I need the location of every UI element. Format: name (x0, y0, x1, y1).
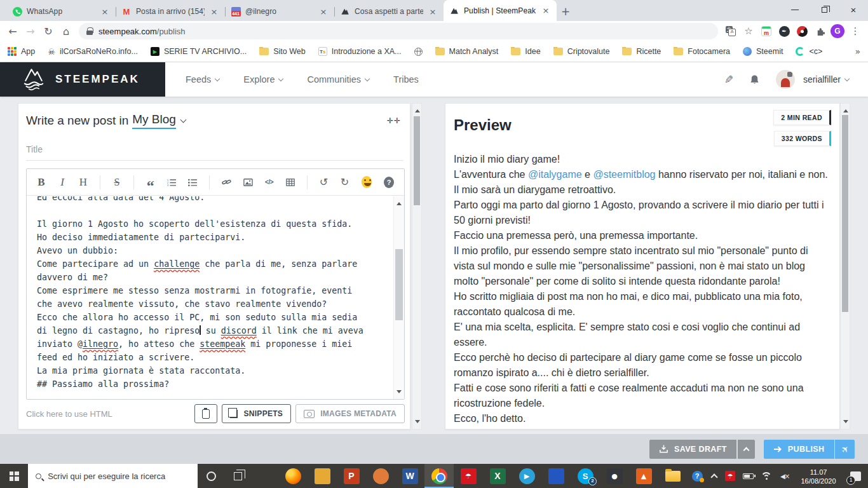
extension-pen-icon[interactable]: ✒ (775, 22, 793, 40)
browser-tab[interactable]: MPosta in arrivo (154) - gaetano× (116, 2, 225, 21)
html-mode-link[interactable]: Click here to use HTML (26, 409, 112, 419)
bookmark-item[interactable]: Steemit (743, 47, 783, 56)
bookmark-item[interactable]: Match Analyst (435, 47, 499, 56)
get-help-icon[interactable]: ? (688, 464, 707, 488)
firefox-taskbar-button[interactable] (278, 464, 308, 488)
home-button[interactable]: ⌂ (57, 22, 75, 40)
scroll-up-icon[interactable] (843, 107, 848, 112)
file-explorer-taskbar-button[interactable] (658, 464, 688, 488)
scrollbar-thumb[interactable] (842, 115, 848, 312)
secure-lock-icon[interactable] (86, 27, 93, 35)
app-dark-taskbar-button[interactable]: ● (600, 464, 629, 488)
images-metadata-button[interactable]: IMAGES METADATA (295, 404, 405, 423)
publish-rocket-button[interactable]: ✈ (835, 440, 855, 459)
link-button[interactable] (222, 177, 231, 187)
notification-center-button[interactable]: 1 (843, 464, 868, 488)
scrollbar-thumb[interactable] (395, 249, 403, 320)
bookmark-item[interactable]: ☠ilCorSaRoNeRo.info... (48, 47, 138, 57)
snippets-button[interactable]: SNIPPETS (222, 404, 291, 423)
scrollbar-thumb[interactable] (414, 116, 420, 205)
excel-taskbar-button[interactable]: X (483, 464, 512, 488)
quote-button[interactable]: “ (146, 182, 155, 189)
browser-tab[interactable]: WhatsApp× (6, 2, 116, 21)
forward-button[interactable]: → (22, 22, 39, 40)
bookmark-item[interactable]: Idee (511, 47, 540, 56)
app-yellow-taskbar-button[interactable] (308, 464, 337, 488)
username[interactable]: serialfiller (803, 74, 841, 85)
telegram-taskbar-button[interactable]: ▶ (512, 464, 541, 488)
user-menu-chevron-icon[interactable] (844, 76, 850, 81)
app-blue-taskbar-button[interactable] (541, 464, 571, 488)
chrome-taskbar-button[interactable] (424, 464, 454, 488)
scroll-down-icon[interactable] (397, 390, 402, 396)
browser-tab[interactable]: 441@ilnegro× (225, 2, 334, 21)
nav-item-feeds[interactable]: Feeds (186, 74, 219, 85)
help-button[interactable]: ? (384, 177, 394, 188)
nav-item-tribes[interactable]: Tribes (393, 74, 419, 85)
blog-selector[interactable]: My Blog (132, 112, 176, 129)
powerpoint-taskbar-button[interactable]: P (337, 464, 366, 488)
volume-muted-icon[interactable]: ◀× (775, 464, 794, 488)
bookmark-item[interactable]: Criptovalute (553, 47, 610, 56)
taskbar-clock[interactable]: 11.0716/08/2020 (794, 464, 843, 488)
extensions-puzzle-icon[interactable] (811, 22, 829, 40)
bookmark-item[interactable]: Ricette (622, 47, 661, 56)
scroll-down-icon[interactable] (415, 420, 420, 426)
taskbar-search[interactable]: Scrivi qui per eseguire la ricerca (28, 464, 198, 488)
word-taskbar-button[interactable]: W (395, 464, 424, 488)
code-button[interactable]: </> (265, 179, 274, 186)
publish-button[interactable]: PUBLISH (764, 440, 834, 459)
skype-taskbar-button[interactable]: S2 (571, 464, 600, 488)
minimize-button[interactable]: ― (780, 0, 810, 19)
scroll-down-icon[interactable] (843, 420, 848, 426)
profile-avatar[interactable]: G (829, 22, 846, 40)
bookmark-item[interactable]: ▶SERIE TV ARCHIVIO... (151, 47, 247, 56)
editor-scrollbar[interactable] (393, 196, 404, 399)
tab-close-icon[interactable]: × (209, 7, 219, 17)
bookmark-star-icon[interactable]: ☆ (740, 22, 757, 40)
tab-close-icon[interactable]: × (100, 7, 110, 17)
close-button[interactable]: × (839, 0, 868, 19)
user-avatar[interactable] (776, 70, 795, 89)
extension-m-icon[interactable] (757, 22, 775, 40)
start-button[interactable] (0, 464, 28, 488)
scroll-up-icon[interactable] (415, 107, 420, 112)
bookmark-item[interactable]: <c> (796, 47, 822, 56)
compose-pencil-icon[interactable]: ✎ (724, 73, 733, 86)
address-bar[interactable]: steempeak.com/publish (79, 23, 718, 39)
save-options-button[interactable] (738, 440, 755, 459)
wifi-icon[interactable] (757, 464, 775, 488)
tab-close-icon[interactable]: × (428, 7, 438, 17)
bookmark-item[interactable] (414, 48, 423, 56)
tab-close-icon[interactable]: × (318, 7, 329, 17)
nav-item-explore[interactable]: Explore (243, 74, 283, 85)
expand-panel-icon[interactable]: ✛✛ (387, 116, 401, 125)
emoji-button[interactable] (362, 176, 372, 188)
tray-overflow-chevron-icon[interactable] (707, 464, 722, 488)
restore-button[interactable] (810, 0, 839, 19)
reload-button[interactable]: ↻ (39, 22, 57, 40)
title-input[interactable]: Title (26, 140, 403, 161)
unordered-list-button[interactable] (188, 178, 197, 187)
bookmarks-overflow-icon[interactable]: » (855, 46, 860, 57)
new-tab-button[interactable]: + (557, 3, 574, 20)
heading-button[interactable]: H (79, 176, 88, 189)
cortana-button[interactable] (198, 464, 224, 488)
bookmark-item[interactable]: Fotocamera (674, 47, 730, 56)
avira-tray-icon[interactable]: ☂ (722, 464, 738, 488)
back-button[interactable]: ← (4, 22, 22, 40)
bookmark-item[interactable]: Sito Web (259, 47, 306, 56)
tab-close-icon[interactable]: × (541, 6, 551, 15)
browser-tab[interactable]: Publish | SteemPeak× (444, 0, 557, 21)
steempeak-logo[interactable]: STEEMPEAK (0, 62, 165, 97)
left-page-scrollbar[interactable] (412, 103, 422, 430)
nav-item-communities[interactable]: Communities (307, 74, 369, 85)
redo-button[interactable]: ↻ (340, 176, 349, 188)
battery-icon[interactable] (738, 464, 757, 488)
bookmark-item[interactable]: TsIntroduzione a XA... (318, 47, 402, 56)
paste-clipboard-button[interactable] (194, 404, 217, 423)
bookmark-item[interactable]: App (8, 47, 35, 56)
table-button[interactable] (286, 178, 295, 187)
task-view-button[interactable] (225, 464, 252, 488)
scroll-up-icon[interactable] (397, 200, 402, 205)
